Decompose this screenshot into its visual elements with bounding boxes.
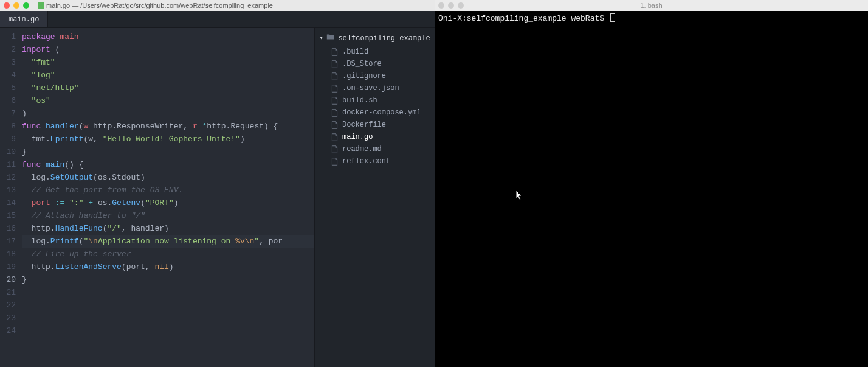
terminal-body[interactable]: Oni-X:selfcompiling_example webRat$ bbox=[435, 11, 868, 367]
line-number: 9 bbox=[0, 133, 16, 145]
tree-file[interactable]: .DS_Store bbox=[331, 58, 435, 70]
close-icon[interactable] bbox=[4, 2, 10, 9]
line-number: 5 bbox=[0, 82, 16, 94]
code-line[interactable]: package main bbox=[22, 30, 314, 43]
file-icon bbox=[331, 133, 339, 141]
file-icon bbox=[331, 85, 339, 93]
terminal-prompt: Oni-X:selfcompiling_example webRat$ bbox=[438, 14, 609, 23]
tree-file-label: docker-compose.yml bbox=[342, 108, 421, 117]
line-number: 15 bbox=[0, 209, 16, 222]
tree-file-label: .build bbox=[342, 47, 368, 56]
line-number: 3 bbox=[0, 56, 16, 69]
file-type-icon bbox=[38, 2, 44, 9]
tree-file[interactable]: reflex.conf bbox=[331, 155, 435, 167]
code-line[interactable]: log.SetOutput(os.Stdout) bbox=[22, 171, 314, 184]
tree-file[interactable]: .gitignore bbox=[331, 70, 435, 82]
tree-file-label: reflex.conf bbox=[342, 157, 390, 166]
file-tree[interactable]: ▾ selfcompiling_example .build.DS_Store.… bbox=[314, 28, 435, 367]
code-line[interactable]: } bbox=[22, 273, 314, 286]
line-number: 7 bbox=[0, 107, 16, 120]
code-content[interactable]: package mainimport ( "fmt" "log" "net/ht… bbox=[22, 28, 314, 367]
file-icon bbox=[331, 72, 339, 80]
code-line[interactable]: func handler(w http.ResponseWriter, r *h… bbox=[22, 120, 314, 133]
line-number: 24 bbox=[0, 324, 16, 337]
editor-window: main.go — /Users/webRat/go/src/github.co… bbox=[0, 0, 435, 367]
tree-file[interactable]: readme.md bbox=[331, 143, 435, 155]
line-number: 17 bbox=[0, 235, 16, 248]
window-title: main.go — /Users/webRat/go/src/github.co… bbox=[46, 2, 273, 9]
tab-label: main.go bbox=[9, 15, 39, 24]
code-editor[interactable]: 123456789101112131415161718192021222324 … bbox=[0, 28, 314, 367]
traffic-lights-inactive bbox=[438, 2, 464, 9]
close-icon[interactable] bbox=[438, 2, 444, 9]
file-icon bbox=[331, 145, 339, 153]
line-number: 13 bbox=[0, 184, 16, 197]
line-number: 14 bbox=[0, 197, 16, 209]
line-number: 8 bbox=[0, 120, 16, 133]
zoom-icon[interactable] bbox=[23, 2, 29, 9]
line-number: 1 bbox=[0, 30, 16, 43]
file-icon bbox=[331, 158, 339, 166]
tree-file-label: main.go bbox=[342, 133, 373, 141]
tree-file-label: .on-save.json bbox=[342, 84, 399, 93]
line-number: 23 bbox=[0, 312, 16, 324]
file-icon bbox=[331, 97, 339, 105]
code-line[interactable]: "os" bbox=[22, 94, 314, 107]
code-line[interactable]: // Fire up the server bbox=[22, 248, 314, 260]
line-number: 18 bbox=[0, 248, 16, 260]
editor-titlebar: main.go — /Users/webRat/go/src/github.co… bbox=[0, 0, 435, 11]
code-line[interactable]: port := ":" + os.Getenv("PORT") bbox=[22, 197, 314, 209]
line-number-gutter: 123456789101112131415161718192021222324 bbox=[0, 28, 22, 367]
terminal-title: 1. bash bbox=[640, 2, 662, 9]
line-number: 12 bbox=[0, 171, 16, 184]
tree-file-label: Dockerfile bbox=[342, 121, 386, 129]
line-number: 4 bbox=[0, 69, 16, 82]
file-icon bbox=[331, 109, 339, 117]
code-line[interactable]: ) bbox=[22, 107, 314, 120]
code-line[interactable]: "log" bbox=[22, 69, 314, 82]
tree-root-label: selfcompiling_example bbox=[338, 34, 430, 43]
line-number: 10 bbox=[0, 145, 16, 158]
line-number: 21 bbox=[0, 286, 16, 299]
file-icon bbox=[331, 48, 339, 56]
tab-bar: main.go bbox=[0, 11, 435, 28]
tree-file[interactable]: .build bbox=[331, 46, 435, 58]
line-number: 11 bbox=[0, 158, 16, 171]
minimize-icon[interactable] bbox=[448, 2, 454, 9]
tree-file-label: .gitignore bbox=[342, 72, 386, 80]
code-line[interactable]: http.ListenAndServe(port, nil) bbox=[22, 260, 314, 273]
tree-file[interactable]: main.go bbox=[331, 131, 435, 143]
tree-root[interactable]: ▾ selfcompiling_example bbox=[315, 30, 435, 46]
code-line[interactable]: "fmt" bbox=[22, 56, 314, 69]
code-line[interactable]: fmt.Fprintf(w, "Hello World! Gophers Uni… bbox=[22, 133, 314, 145]
file-icon bbox=[331, 121, 339, 129]
terminal-window: 1. bash Oni-X:selfcompiling_example webR… bbox=[435, 0, 868, 367]
tree-file[interactable]: build.sh bbox=[331, 94, 435, 107]
minimize-icon[interactable] bbox=[13, 2, 19, 9]
code-line[interactable]: // Get the port from the OS ENV. bbox=[22, 184, 314, 197]
zoom-icon[interactable] bbox=[458, 2, 464, 9]
terminal-cursor bbox=[610, 13, 615, 22]
file-icon bbox=[331, 60, 339, 68]
code-line[interactable]: // Attach handler to "/" bbox=[22, 209, 314, 222]
chevron-down-icon: ▾ bbox=[320, 35, 323, 41]
line-number: 22 bbox=[0, 299, 16, 312]
tab-main-go[interactable]: main.go bbox=[0, 11, 48, 27]
tree-file[interactable]: Dockerfile bbox=[331, 119, 435, 131]
line-number: 6 bbox=[0, 94, 16, 107]
terminal-titlebar: 1. bash bbox=[435, 0, 868, 11]
line-number: 16 bbox=[0, 222, 16, 235]
code-line[interactable]: import ( bbox=[22, 43, 314, 56]
tree-file-label: build.sh bbox=[342, 96, 377, 105]
code-line[interactable]: log.Printf("\nApplication now listening … bbox=[22, 235, 314, 248]
line-number: 19 bbox=[0, 260, 16, 273]
tree-file-label: .DS_Store bbox=[342, 60, 382, 68]
code-line[interactable]: "net/http" bbox=[22, 82, 314, 94]
folder-icon bbox=[326, 33, 334, 43]
traffic-lights bbox=[4, 2, 29, 9]
code-line[interactable]: func main() { bbox=[22, 158, 314, 171]
code-line[interactable]: } bbox=[22, 145, 314, 158]
code-line[interactable]: http.HandleFunc("/", handler) bbox=[22, 222, 314, 235]
tree-file[interactable]: docker-compose.yml bbox=[331, 107, 435, 119]
tree-file[interactable]: .on-save.json bbox=[331, 82, 435, 94]
